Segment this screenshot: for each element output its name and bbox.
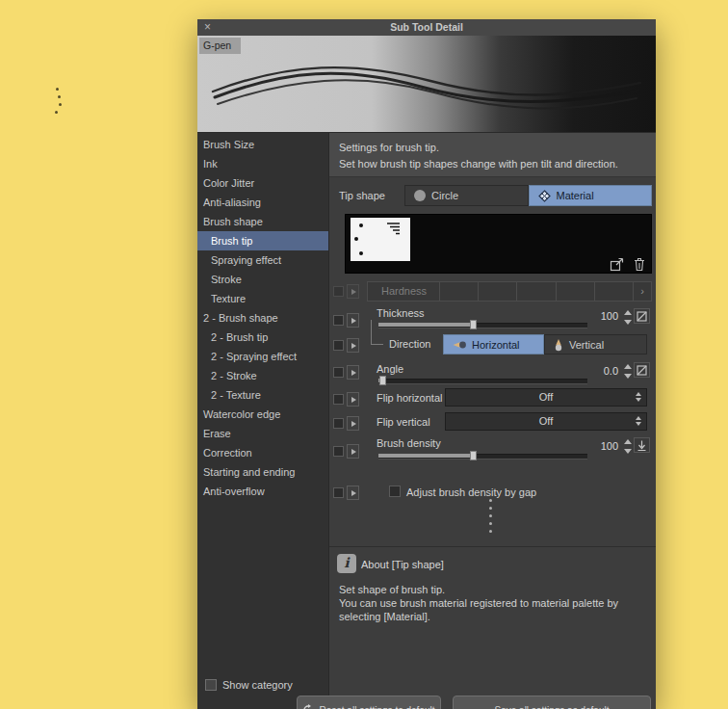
material-swatch[interactable] xyxy=(351,218,410,261)
sidebar-item-ink[interactable]: Ink xyxy=(197,154,328,173)
thickness-stepper[interactable] xyxy=(622,310,633,325)
sidebar-item-brush-tip[interactable]: Brush tip xyxy=(197,231,328,250)
hardness-level-cell[interactable] xyxy=(478,282,516,301)
vertical-direction-icon xyxy=(553,338,564,352)
angle-stepper[interactable] xyxy=(622,364,633,379)
sidebar-item-correction[interactable]: Correction xyxy=(197,443,328,462)
swatch-dot xyxy=(359,223,363,227)
description-line-2: Set how brush tip shapes change with pen… xyxy=(339,156,656,172)
hardness-level-cell[interactable] xyxy=(516,282,555,301)
angle-expander-button[interactable] xyxy=(347,365,359,380)
direction-expander-button[interactable] xyxy=(347,338,359,353)
thickness-enable-checkbox[interactable] xyxy=(333,315,344,326)
sidebar-item-2-texture[interactable]: 2 - Texture xyxy=(197,385,328,405)
swatch-dot xyxy=(354,237,358,241)
reset-all-settings-button[interactable]: Reset all settings to default xyxy=(297,696,441,709)
sidebar-item-2-spraying-effect[interactable]: 2 - Spraying effect xyxy=(197,347,328,366)
brush-density-dynamics-button[interactable] xyxy=(634,437,650,453)
adjust-gap-expander-button[interactable] xyxy=(347,486,359,500)
angle-enable-checkbox[interactable] xyxy=(333,367,344,378)
sidebar-item-2-brush-tip[interactable]: 2 - Brush tip xyxy=(197,328,328,347)
about-line-2: You can use brush material registered to… xyxy=(339,597,618,609)
sidebar-item-watercolor-edge[interactable]: Watercolor edge xyxy=(197,405,328,424)
save-all-settings-button[interactable]: Save all settings as default xyxy=(453,696,651,709)
thickness-value: 100 xyxy=(586,310,618,322)
brush-density-label: Brush density xyxy=(377,437,441,449)
dropdown-chevrons-icon xyxy=(636,392,641,402)
sidebar-item-spraying-effect[interactable]: Spraying effect xyxy=(197,250,328,270)
hardness-expander-button[interactable] xyxy=(347,284,359,299)
delete-material-button[interactable] xyxy=(631,256,648,272)
adjust-gap-label: Adjust brush density by gap xyxy=(406,486,536,498)
brush-density-value: 100 xyxy=(586,440,618,452)
brush-density-stepper[interactable] xyxy=(622,439,633,454)
thickness-dynamics-button[interactable] xyxy=(634,308,650,324)
tip-shape-circle-button[interactable]: Circle xyxy=(404,185,529,206)
about-line-1: Set shape of brush tip. xyxy=(339,584,445,595)
horizontal-direction-icon xyxy=(452,339,467,351)
hardness-level-cell[interactable] xyxy=(594,282,633,301)
sidebar-item-brush-size[interactable]: Brush Size xyxy=(197,135,328,154)
brush-density-slider-thumb[interactable] xyxy=(470,451,477,460)
material-icon xyxy=(538,190,551,202)
desktop-dots xyxy=(54,86,65,117)
flip-vertical-dropdown[interactable]: Off xyxy=(445,412,647,431)
hardness-control: Hardness › xyxy=(367,281,652,302)
brush-density-expander-button[interactable] xyxy=(347,444,359,459)
hardness-level-cell[interactable] xyxy=(439,282,478,301)
about-divider xyxy=(329,546,656,547)
reset-button-label: Reset all settings to default xyxy=(319,705,434,709)
sidebar-item-2-brush-shape[interactable]: 2 - Brush shape xyxy=(197,308,328,328)
swatch-nib-marks xyxy=(383,222,403,237)
window-title: Sub Tool Detail xyxy=(197,19,656,36)
angle-slider-fill xyxy=(378,379,382,382)
thickness-slider-fill xyxy=(378,323,473,327)
adjust-gap-enable-checkbox[interactable] xyxy=(333,487,344,498)
brush-density-enable-checkbox[interactable] xyxy=(333,446,344,457)
direction-horizontal-button[interactable]: Horizontal xyxy=(443,334,544,354)
flip-horizontal-label: Flip horizontal xyxy=(377,392,442,404)
sidebar-item-brush-shape[interactable]: Brush shape xyxy=(197,212,328,231)
sidebar-item-anti-aliasing[interactable]: Anti-aliasing xyxy=(197,193,328,212)
sidebar-item-stroke[interactable]: Stroke xyxy=(197,270,328,289)
flip-horizontal-enable-checkbox[interactable] xyxy=(333,394,344,405)
sidebar-item-anti-overflow[interactable]: Anti-overflow xyxy=(197,482,328,501)
sidebar-item-erase[interactable]: Erase xyxy=(197,424,328,443)
register-material-button[interactable] xyxy=(609,256,626,272)
vertical-button-label: Vertical xyxy=(569,339,604,351)
sidebar-item-color-jitter[interactable]: Color Jitter xyxy=(197,173,328,193)
sidebar-item-starting-and-ending[interactable]: Starting and ending xyxy=(197,462,328,482)
about-line-3: selecting [Material]. xyxy=(339,611,430,622)
thickness-slider-thumb[interactable] xyxy=(470,320,477,329)
show-category-control[interactable]: Show category xyxy=(205,679,293,691)
brush-density-slider[interactable] xyxy=(378,449,587,461)
angle-slider[interactable] xyxy=(378,374,587,386)
title-bar[interactable]: × Sub Tool Detail xyxy=(197,19,656,37)
sidebar-item-2-stroke[interactable]: 2 - Stroke xyxy=(197,366,328,385)
flip-vertical-label: Flip vertical xyxy=(377,416,430,428)
flip-horizontal-dropdown[interactable]: Off xyxy=(445,388,647,407)
flip-vertical-value: Off xyxy=(539,415,553,427)
angle-dynamics-button[interactable] xyxy=(634,362,650,378)
flip-vertical-expander-button[interactable] xyxy=(347,416,359,431)
adjust-gap-checkbox[interactable] xyxy=(389,486,401,497)
thickness-expander-button[interactable] xyxy=(347,313,359,328)
hardness-enable-checkbox[interactable] xyxy=(333,286,344,297)
hardness-more-chevron[interactable]: › xyxy=(633,282,651,301)
hardness-level-cell[interactable] xyxy=(556,282,594,301)
tip-shape-material-button[interactable]: Material xyxy=(529,185,653,206)
close-icon[interactable]: × xyxy=(204,19,211,35)
angle-value: 0.0 xyxy=(586,365,618,377)
angle-slider-thumb[interactable] xyxy=(379,376,386,385)
direction-vertical-button[interactable]: Vertical xyxy=(544,334,647,354)
flip-horizontal-expander-button[interactable] xyxy=(347,392,359,407)
thickness-slider[interactable] xyxy=(378,318,587,330)
material-tools xyxy=(609,256,648,272)
horizontal-button-label: Horizontal xyxy=(472,339,520,351)
sidebar-item-texture[interactable]: Texture xyxy=(197,289,328,308)
direction-enable-checkbox[interactable] xyxy=(333,340,344,351)
show-category-checkbox[interactable] xyxy=(205,679,217,691)
flip-vertical-enable-checkbox[interactable] xyxy=(333,418,344,429)
tool-name-label: G-pen xyxy=(199,38,241,54)
material-button-label: Material xyxy=(557,190,594,201)
